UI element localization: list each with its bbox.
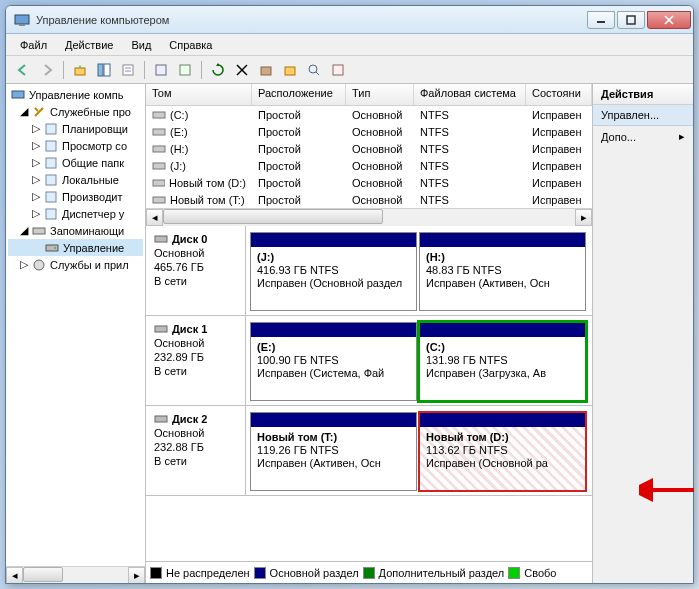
event-icon (43, 138, 59, 154)
partition-bar (420, 323, 585, 337)
svg-rect-27 (46, 209, 56, 219)
forward-button[interactable] (36, 59, 58, 81)
volume-row[interactable]: Новый том (T:) Простой Основной NTFS Исп… (146, 191, 592, 208)
volume-header-row: Том Расположение Тип Файловая система Со… (146, 84, 592, 106)
menu-action[interactable]: Действие (57, 37, 121, 53)
svg-rect-38 (155, 236, 167, 242)
legend: Не распределен Основной раздел Дополните… (146, 561, 592, 583)
tree-item[interactable]: ▷Локальные (8, 171, 143, 188)
legend-free-swatch (508, 567, 520, 579)
svg-rect-39 (155, 326, 167, 332)
actions-subheader[interactable]: Управлен... (593, 105, 693, 126)
svg-point-30 (54, 247, 56, 249)
back-button[interactable] (12, 59, 34, 81)
toolbar (6, 56, 693, 84)
tree-item[interactable]: ▷Общие папк (8, 154, 143, 171)
svg-rect-8 (104, 64, 110, 76)
volume-row[interactable]: Новый том (D:) Простой Основной NTFS Исп… (146, 174, 592, 191)
disk-info[interactable]: Диск 0 Основной 465.76 ГБ В сети (146, 226, 246, 315)
expand-icon[interactable]: ▷ (30, 123, 41, 134)
tool-icon-6[interactable] (327, 59, 349, 81)
maximize-button[interactable] (617, 11, 645, 29)
volume-row[interactable]: (J:) Простой Основной NTFS Исправен (146, 157, 592, 174)
tree-pane: Управление компь ◢ Служебные про ▷Планир… (6, 84, 146, 583)
svg-rect-13 (180, 65, 190, 75)
tree-item-disk-management[interactable]: Управление (8, 239, 143, 256)
partition[interactable]: Новый том (D:) 113.62 ГБ NTFS Исправен (… (419, 412, 586, 491)
partition[interactable]: Новый том (T:) 119.26 ГБ NTFS Исправен (… (250, 412, 417, 491)
svg-rect-29 (46, 245, 58, 251)
minimize-button[interactable] (587, 11, 615, 29)
col-volume[interactable]: Том (146, 84, 252, 105)
col-type[interactable]: Тип (346, 84, 414, 105)
tree-group-system-tools[interactable]: ◢ Служебные про (8, 103, 143, 120)
collapse-icon[interactable]: ◢ (18, 106, 29, 117)
partition-bar (420, 233, 585, 247)
tree-item[interactable]: ▷Планировщи (8, 120, 143, 137)
svg-rect-34 (153, 146, 165, 152)
titlebar[interactable]: Управление компьютером (6, 6, 693, 34)
partition[interactable]: (J:) 416.93 ГБ NTFS Исправен (Основной р… (250, 232, 417, 311)
svg-rect-25 (46, 175, 56, 185)
svg-rect-37 (153, 197, 165, 203)
up-button[interactable] (69, 59, 91, 81)
expand-icon[interactable]: ▷ (30, 140, 41, 151)
partition[interactable]: (H:) 48.83 ГБ NTFS Исправен (Активен, Ос… (419, 232, 586, 311)
tree-item[interactable]: ▷Просмотр со (8, 137, 143, 154)
svg-line-19 (316, 72, 319, 75)
expand-icon[interactable]: ▷ (30, 191, 41, 202)
partition[interactable]: (E:) 100.90 ГБ NTFS Исправен (Система, Ф… (250, 322, 417, 401)
tool-icon-1[interactable] (150, 59, 172, 81)
tree-hscrollbar[interactable]: ◂ ▸ (6, 566, 145, 583)
actions-more[interactable]: Допо... ▸ (593, 126, 693, 147)
expand-icon[interactable]: ▷ (18, 259, 29, 270)
volume-row[interactable]: (C:) Простой Основной NTFS Исправен (146, 106, 592, 123)
col-fs[interactable]: Файловая система (414, 84, 526, 105)
disk-info[interactable]: Диск 2 Основной 232.88 ГБ В сети (146, 406, 246, 495)
disk-row: Диск 0 Основной 465.76 ГБ В сети (J:) 41… (146, 226, 592, 316)
device-icon (43, 206, 59, 222)
collapse-icon[interactable]: ◢ (18, 225, 29, 236)
disk-info[interactable]: Диск 1 Основной 232.89 ГБ В сети (146, 316, 246, 405)
expand-icon[interactable]: ▷ (30, 208, 41, 219)
svg-rect-0 (15, 15, 29, 24)
tree-item[interactable]: ▷Диспетчер у (8, 205, 143, 222)
menu-help[interactable]: Справка (161, 37, 220, 53)
volume-list: Том Расположение Тип Файловая система Со… (146, 84, 592, 226)
tree-root[interactable]: Управление компь (8, 86, 143, 103)
expand-icon[interactable]: ▷ (30, 157, 41, 168)
col-layout[interactable]: Расположение (252, 84, 346, 105)
tree-item[interactable]: ▷Производит (8, 188, 143, 205)
volume-row[interactable]: (E:) Простой Основной NTFS Исправен (146, 123, 592, 140)
menu-view[interactable]: Вид (123, 37, 159, 53)
tree-group-services[interactable]: ▷ Службы и прил (8, 256, 143, 273)
col-status[interactable]: Состояни (526, 84, 592, 105)
properties-button[interactable] (117, 59, 139, 81)
show-hide-tree-button[interactable] (93, 59, 115, 81)
volume-hscrollbar[interactable]: ◂ ▸ (146, 208, 592, 225)
drive-icon (152, 177, 165, 189)
expand-icon[interactable]: ▷ (30, 174, 41, 185)
disk-icon (154, 323, 168, 335)
tool-icon-3[interactable] (255, 59, 277, 81)
disk-row: Диск 1 Основной 232.89 ГБ В сети (E:) 10… (146, 316, 592, 406)
drive-icon (152, 109, 166, 121)
tool-icon-4[interactable] (279, 59, 301, 81)
tool-icon-5[interactable] (303, 59, 325, 81)
menubar: Файл Действие Вид Справка (6, 34, 693, 56)
tool-icon-2[interactable] (174, 59, 196, 81)
volume-row[interactable]: (H:) Простой Основной NTFS Исправен (146, 140, 592, 157)
svg-rect-32 (153, 112, 165, 118)
storage-icon (31, 223, 47, 239)
drive-icon (152, 160, 166, 172)
disk-row: Диск 2 Основной 232.88 ГБ В сети Новый т… (146, 406, 592, 496)
refresh-icon[interactable] (207, 59, 229, 81)
partition[interactable]: (C:) 131.98 ГБ NTFS Исправен (Загрузка, … (419, 322, 586, 401)
delete-icon[interactable] (231, 59, 253, 81)
svg-rect-3 (627, 16, 635, 24)
tree-group-storage[interactable]: ◢ Запоминающи (8, 222, 143, 239)
svg-point-31 (34, 260, 44, 270)
disk-graphical-view: Диск 0 Основной 465.76 ГБ В сети (J:) 41… (146, 226, 592, 561)
menu-file[interactable]: Файл (12, 37, 55, 53)
close-button[interactable] (647, 11, 691, 29)
